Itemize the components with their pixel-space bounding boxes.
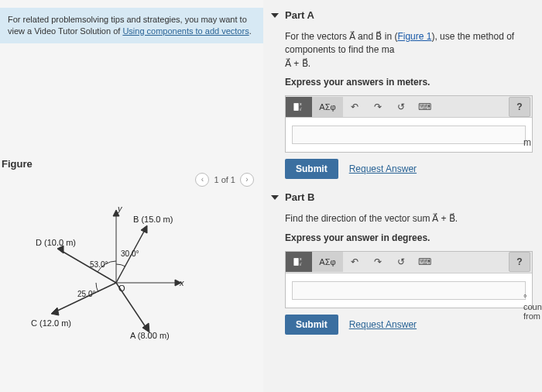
reset-icon[interactable]: ↺ <box>389 252 413 272</box>
part-b-instruction: Express your answer in degrees. <box>285 232 534 243</box>
greek-button[interactable]: ΑΣφ <box>312 97 343 117</box>
part-a-submit-row: Submit Request Answer <box>285 159 534 179</box>
vector-diagram: y x O B (15.0 m) 30.0° D (10.0 m) 53.0° … <box>0 190 232 345</box>
x-axis-label: x <box>179 278 184 287</box>
figure-link[interactable]: Figure 1 <box>397 31 431 42</box>
redo-icon[interactable]: ↷ <box>366 97 389 117</box>
svg-text:x: x <box>300 256 302 261</box>
vector-d-label: D (10.0 m) <box>36 238 76 247</box>
svg-text:√: √ <box>299 262 301 266</box>
angle-c-label: 25.0° <box>77 290 95 298</box>
help-button[interactable]: ? <box>509 97 530 117</box>
undo-icon[interactable]: ↶ <box>343 97 366 117</box>
part-b-submit-row: Submit Request Answer <box>285 315 534 335</box>
part-a-toolbar: x√ ΑΣφ ↶ ↷ ↺ ⌨ ? <box>286 96 532 118</box>
vector-a-label: A (8.00 m) <box>130 331 170 340</box>
figure-prev-button[interactable]: ‹ <box>195 173 209 187</box>
y-axis-label: y <box>117 204 123 213</box>
figure-canvas: y x O B (15.0 m) 30.0° D (10.0 m) 53.0° … <box>0 190 263 392</box>
angle-b-label: 30.0° <box>121 249 139 258</box>
part-b-answer-input[interactable] <box>292 281 526 300</box>
svg-rect-15 <box>294 259 298 266</box>
svg-rect-12 <box>294 103 298 110</box>
template-icon[interactable]: x√ <box>286 97 312 117</box>
redo-icon[interactable]: ↷ <box>366 252 389 272</box>
tip-box: For related problemsolving tips and stra… <box>0 8 263 43</box>
caret-down-icon <box>271 13 279 18</box>
left-panel: For related problemsolving tips and stra… <box>0 0 263 392</box>
template-icon[interactable]: x√ <box>286 252 312 272</box>
part-a-submit-button[interactable]: Submit <box>285 159 338 179</box>
tip-link[interactable]: Using components to add vectors <box>122 26 249 36</box>
keyboard-icon[interactable]: ⌨ <box>413 252 436 272</box>
angle-d-label: 53.0° <box>90 260 108 269</box>
caret-down-icon <box>271 195 279 200</box>
part-b-submit-button[interactable]: Submit <box>285 315 338 335</box>
help-button[interactable]: ? <box>509 252 530 272</box>
vector-b-label: B (15.0 m) <box>133 215 173 224</box>
figure-heading: Figure <box>0 158 263 170</box>
figure-nav: ‹ 1 of 1 › <box>0 170 263 187</box>
reset-icon[interactable]: ↺ <box>389 97 413 117</box>
part-a-answer-box: x√ ΑΣφ ↶ ↷ ↺ ⌨ ? <box>285 95 533 153</box>
vector-c-label: C (12.0 m) <box>31 318 71 328</box>
part-b-unit: ° counterclockwise from +x-axis <box>523 293 542 321</box>
part-a-instruction: Express your answers in meters. <box>285 77 534 88</box>
part-b-request-link[interactable]: Request Answer <box>349 319 417 330</box>
undo-icon[interactable]: ↶ <box>343 252 366 272</box>
keyboard-icon[interactable]: ⌨ <box>413 97 436 117</box>
part-b-toolbar: x√ ΑΣφ ↶ ↷ ↺ ⌨ ? <box>286 252 532 273</box>
part-b-header[interactable]: Part B <box>271 191 534 203</box>
greek-button[interactable]: ΑΣφ <box>312 252 343 272</box>
figure-nav-count: 1 of 1 <box>214 175 235 184</box>
part-a-request-link[interactable]: Request Answer <box>349 163 417 174</box>
part-a-unit: m <box>523 137 531 148</box>
svg-marker-9 <box>51 308 59 315</box>
part-a-header[interactable]: Part A <box>271 9 534 21</box>
part-a-title: Part A <box>285 9 314 21</box>
svg-marker-5 <box>141 225 147 233</box>
part-b-question: Find the direction of the vector sum A⃗ … <box>285 212 534 225</box>
right-panel: Part A For the vectors A⃗ and B⃗ in (Fig… <box>263 0 542 392</box>
part-b-answer-box: x√ ΑΣφ ↶ ↷ ↺ ⌨ ? <box>285 251 533 308</box>
tip-text-suffix: . <box>249 26 252 36</box>
origin-label: O <box>118 284 125 293</box>
figure-next-button[interactable]: › <box>240 173 254 187</box>
part-a-question: For the vectors A⃗ and B⃗ in (Figure 1),… <box>285 30 534 70</box>
part-a-answer-input[interactable] <box>292 126 526 144</box>
part-b-title: Part B <box>285 191 314 203</box>
svg-text:√: √ <box>299 107 301 112</box>
svg-text:x: x <box>300 101 302 106</box>
